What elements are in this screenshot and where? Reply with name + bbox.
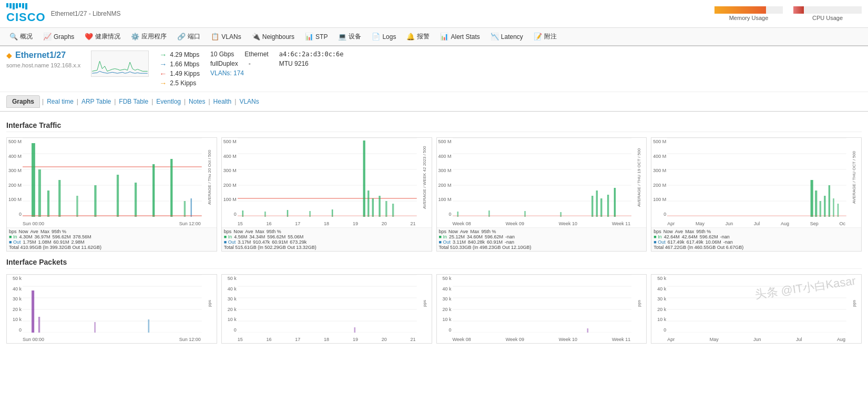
notes-icon: 📝 [534,33,542,41]
nav-latency[interactable]: 📉 Latency [485,31,528,43]
chart-day-in-max: 596.62M [53,234,71,239]
tab-eventlog[interactable]: Eventlog [155,98,182,105]
nav-stp-label: STP [315,33,328,41]
chart-month-bps: bps [439,229,447,234]
chart-month-area: 500 M 400 M 300 M 200 M 100 M 0 [437,138,647,227]
iface-status-icon: ◆ [6,51,12,59]
chart-day-ave-label: Ave [30,229,38,234]
svg-rect-9 [47,191,49,217]
chart-week-out-max: 60.91M [272,239,288,245]
chart-month-out: ■ Out 3.11M 840.28k 60.91M -nan [439,239,645,245]
nav-devices[interactable]: 💻 设备 [333,30,366,43]
tab-notes[interactable]: Notes [188,98,206,105]
iface-vlans-link[interactable]: VLANs: 174 [210,69,244,77]
nav-notes[interactable]: 📝 附注 [528,30,562,43]
interface-header: ◆ Ethernet1/27 some.host.name 192.168.x.… [0,46,868,92]
svg-rect-35 [379,196,380,217]
alerts-icon: 🔔 [406,33,415,41]
chart-day-in-ave: 36.97M [34,234,50,239]
chart-year-in-95: -nan [720,234,730,239]
bar2 [9,3,12,8]
main-nav: 🔍 概况 📈 Graphs ❤️ 健康情况 ⚙️ 应用程序 🔗 端口 📋 VLA… [0,28,868,46]
speed-pkts-in-value: 1.49 Kipps [170,70,200,77]
health-icon: ❤️ [85,33,93,41]
svg-rect-47 [524,211,526,217]
nav-health-label: 健康情况 [95,32,120,41]
graphs-icon: 📈 [43,33,52,41]
chart-year-in-max: 596.62M [700,234,718,239]
chart-week-in-ave: 34.34M [249,234,265,239]
iface-mtu: MTU 9216 [279,60,309,67]
chart-month-out-95: -nan [505,239,514,245]
tab-health[interactable]: Health [212,98,233,105]
chart-week-out-label: ■ Out [224,239,236,245]
iface-details: 10 Gbps Ethernet fullDuplex - VLANs: 174 [210,51,269,77]
speed-pkts-out-value: 2.5 Kipps [170,79,196,87]
chart-year-in-label: ■ In [653,234,661,239]
chart-month-in-ave: 34.60M [467,234,483,239]
nav-overview[interactable]: 🔍 概况 [4,30,38,43]
svg-rect-45 [457,212,458,217]
tab-realtime[interactable]: Real time [46,98,75,105]
svg-rect-51 [600,198,602,217]
chart-week-rlabel: AVERAGE / WEEK 42 2023 / 500 [417,138,432,217]
chart-year-out-label: ■ Out [653,239,665,245]
chart-day-in-95: 378.56M [73,234,91,239]
nav-ports[interactable]: 🔗 端口 [172,30,206,43]
packets-charts-row: 50 k 40 k 30 k 20 k 10 k 0 [6,274,862,344]
iface-mac: a4:6c:2a:d3:0c:6e [279,51,344,58]
chart-day: 500 M 400 M 300 M 200 M 100 M 0 [6,137,217,252]
chart-day-stats-row3: ■ Out 1.75M 1.08M 60.91M 2.98M [9,239,215,245]
chart-year-out: ■ Out 617.49k 617.49k 10.06M -nan [653,239,859,245]
traffic-charts-row: 500 M 400 M 300 M 200 M 100 M 0 [6,137,862,252]
chart-day-xlabels: Sun 00:00 Sun 12:00 [23,217,201,227]
svg-rect-76 [38,317,40,333]
bar3 [13,3,15,9]
chart-pkt-week-xlabels: 15 16 17 18 19 20 21 [238,333,416,343]
svg-rect-14 [135,183,137,217]
chart-pkt-month-svg [453,275,632,333]
chart-week-bps: bps [224,229,232,234]
cisco-brand: CISCO [6,11,46,24]
nav-neighbours[interactable]: 🔌 Neighbours [247,31,300,43]
nav-apps[interactable]: ⚙️ 应用程序 [126,30,172,43]
chart-pkt-year-svg [667,275,846,333]
tab-arptable[interactable]: ARP Table [80,98,112,105]
nav-apps-label: 应用程序 [141,32,167,41]
nav-alerts[interactable]: 🔔 报警 [401,30,435,43]
chart-week-total: Total 515.61GB (In 502.29GB Out 13.32GB) [224,245,430,250]
tab-graphs[interactable]: Graphs [6,95,40,108]
chart-week-stats: bps Now Ave Max 95th % ■ In 4.56M 34.34M… [222,227,432,251]
iface-mac-section: a4:6c:2a:d3:0c:6e MTU 9216 [279,51,344,67]
nav-alertstats[interactable]: 📊 Alert Stats [435,31,485,43]
chart-month-xlabels: Week 08 Week 09 Week 10 Week 11 [453,217,631,227]
chart-pkt-year-ylabels: 50 k 40 k 30 k 20 k 10 k 0 [651,275,667,333]
chart-month-total: Total 510.33GB (In 498.23GB Out 12.10GB) [439,245,645,250]
svg-rect-64 [824,196,825,217]
svg-rect-62 [815,191,817,217]
nav-ports-label: 端口 [188,32,200,41]
svg-rect-10 [58,180,60,217]
svg-rect-75 [32,290,34,333]
stat-row-pkts-in: ← 1.49 Kipps [159,69,200,78]
chart-pkt-month-area: 50 k 40 k 30 k 20 k 10 k 0 [437,275,647,343]
nav-vlans[interactable]: 📋 VLANs [206,31,246,43]
tabs-bar: Graphs | Real time | ARP Table | FDB Tab… [0,92,868,112]
chart-pkt-year-xlabels: Apr May Jun Jul Aug [667,333,845,343]
chart-year-stats: bps Now Ave Max 95th % ■ In 42.64M 42.64… [651,227,861,251]
tab-vlans[interactable]: VLANs [238,98,260,105]
chart-day-ylabels: 500 M 400 M 300 M 200 M 100 M 0 [7,138,23,217]
iface-type: Ethernet [244,51,268,58]
svg-rect-36 [385,201,387,217]
chart-month-out-now: 3.11M [453,239,466,245]
nav-stp[interactable]: 📊 STP [300,31,333,43]
nav-graphs[interactable]: 📈 Graphs [38,31,79,43]
nav-logs[interactable]: 📄 Logs [366,31,401,43]
tab-fdbtable[interactable]: FDB Table [118,98,149,105]
chart-week-area: 500 M 400 M 300 M 200 M 100 M 0 [222,138,432,227]
header: CISCO Ethernet1/27 - LibreNMS Memory Usa… [0,0,868,28]
chart-day-in-now: 4.30M [19,234,32,239]
memory-bar [714,6,766,14]
nav-health[interactable]: ❤️ 健康情况 [79,30,126,43]
chart-day-in-label: ■ In [9,234,17,239]
